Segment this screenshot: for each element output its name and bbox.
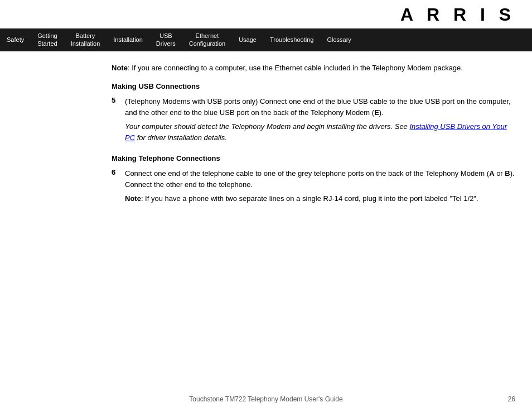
main-content: Note: If you are connecting to a compute… <box>0 51 532 227</box>
arris-logo: A R R I S <box>400 4 515 25</box>
navigation-bar: Safety GettingStarted BatteryInstallatio… <box>0 28 532 51</box>
section-telephone-heading: Making Telephone Connections <box>112 154 515 162</box>
footer-page-number: 26 <box>508 395 515 403</box>
item-6-content: Connect one end of the telephone cable t… <box>125 168 515 208</box>
item-5-main-text: (Telephony Modems with USB ports only) C… <box>125 96 515 118</box>
nav-glossary[interactable]: Glossary <box>320 28 357 51</box>
section-usb-heading: Making USB Connections <box>112 82 515 90</box>
item-5-bold-e: E <box>374 108 379 117</box>
item-6-note: Note: If you have a phone with two separ… <box>125 193 515 204</box>
item-5-italic-note: Your computer should detect the Telephon… <box>125 121 515 143</box>
nav-usb-drivers[interactable]: USBDrivers <box>149 28 182 51</box>
nav-battery-installation[interactable]: BatteryInstallation <box>64 28 107 51</box>
item-5-content: (Telephony Modems with USB ports only) C… <box>125 96 515 146</box>
item-6-main-text: Connect one end of the telephone cable t… <box>125 168 515 190</box>
nav-safety[interactable]: Safety <box>0 28 31 51</box>
footer: Touchstone TM722 Telephony Modem User's … <box>0 395 532 403</box>
item-6: 6 Connect one end of the telephone cable… <box>112 168 515 208</box>
header: A R R I S <box>0 0 532 28</box>
footer-text: Touchstone TM722 Telephony Modem User's … <box>189 395 342 403</box>
nav-ethernet-configuration[interactable]: EthernetConfiguration <box>182 28 232 51</box>
item-5-number: 5 <box>112 96 125 146</box>
item-6-bold-a: A <box>489 169 494 178</box>
nav-troubleshooting[interactable]: Troubleshooting <box>263 28 320 51</box>
intro-note: Note: If you are connecting to a compute… <box>112 63 515 74</box>
nav-installation[interactable]: Installation <box>107 28 149 51</box>
item-6-number: 6 <box>112 168 125 208</box>
item-6-bold-b: B <box>505 169 510 178</box>
nav-usage[interactable]: Usage <box>232 28 263 51</box>
nav-getting-started[interactable]: GettingStarted <box>31 28 64 51</box>
item-5: 5 (Telephony Modems with USB ports only)… <box>112 96 515 146</box>
